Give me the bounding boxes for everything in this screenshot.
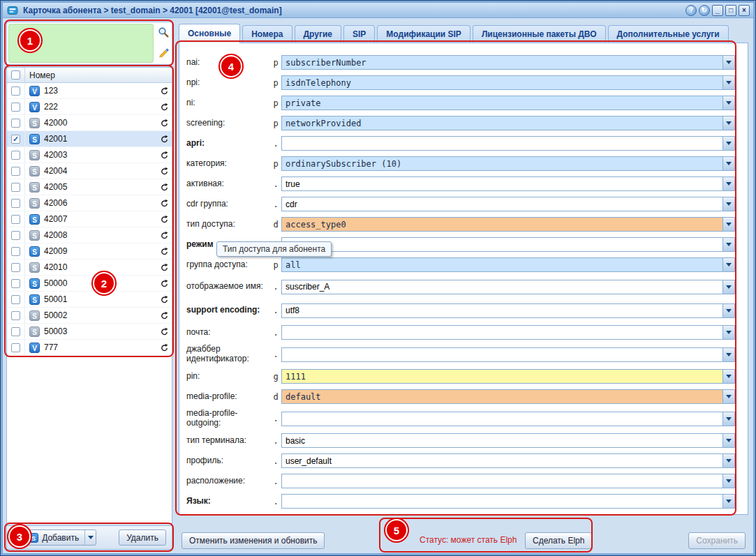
combo-field[interactable]: ordinarySubscriber (10) [281, 156, 735, 171]
row-checkbox[interactable] [11, 247, 20, 256]
list-item-50003[interactable]: S50003 [7, 324, 172, 340]
row-checkbox[interactable] [11, 263, 20, 272]
list-item-42001[interactable]: ✓S42001 [7, 131, 172, 147]
combo-field[interactable]: basic [281, 433, 735, 448]
dropdown-trigger-icon[interactable] [722, 137, 734, 150]
combo-field[interactable] [281, 325, 735, 340]
history-icon[interactable] [160, 215, 169, 224]
combo-field[interactable]: utf8 [281, 303, 735, 318]
combo-field[interactable]: all [281, 257, 735, 272]
dropdown-trigger-icon[interactable] [722, 238, 734, 251]
row-checkbox[interactable] [11, 103, 20, 112]
history-icon[interactable] [160, 279, 169, 288]
cancel-and-refresh-button[interactable]: Отменить изменения и обновить [181, 532, 325, 549]
row-checkbox[interactable] [11, 119, 20, 128]
combo-field[interactable] [281, 494, 735, 509]
dropdown-trigger-icon[interactable] [722, 434, 734, 447]
history-icon[interactable] [160, 183, 169, 192]
dropdown-trigger-icon[interactable] [722, 96, 734, 110]
combo-field[interactable]: default [281, 389, 735, 404]
dropdown-trigger-icon[interactable] [722, 304, 734, 317]
list-item-123[interactable]: V123 [7, 83, 172, 99]
history-icon[interactable] [160, 167, 169, 176]
list-item-222[interactable]: V222 [7, 99, 172, 115]
dropdown-trigger-icon[interactable] [722, 454, 734, 467]
dropdown-trigger-icon[interactable] [722, 495, 734, 508]
history-icon[interactable] [160, 263, 169, 272]
number-column-header[interactable]: Номер [25, 68, 172, 82]
dropdown-trigger-icon[interactable] [722, 348, 734, 361]
row-checkbox[interactable] [11, 215, 20, 224]
dropdown-trigger-icon[interactable] [722, 218, 734, 231]
help-icon[interactable]: ? [685, 5, 697, 16]
row-checkbox[interactable] [11, 327, 20, 336]
history-icon[interactable] [160, 327, 169, 336]
maximize-icon[interactable]: □ [725, 5, 736, 16]
combo-field[interactable]: true [281, 176, 735, 191]
list-item-42009[interactable]: S42009 [7, 243, 172, 260]
combo-field[interactable] [281, 237, 735, 252]
add-dropdown-arrow-icon[interactable] [84, 530, 96, 545]
history-icon[interactable] [160, 247, 169, 256]
history-icon[interactable] [160, 151, 169, 160]
tab-5[interactable]: Модификации SIP [377, 25, 470, 43]
list-item-42004[interactable]: S42004 [7, 163, 172, 179]
dropdown-trigger-icon[interactable] [722, 370, 734, 383]
row-checkbox[interactable] [11, 231, 20, 240]
dropdown-trigger-icon[interactable] [722, 76, 734, 89]
history-icon[interactable] [160, 135, 169, 144]
row-checkbox[interactable] [11, 279, 20, 288]
list-item-42010[interactable]: S42010 [7, 260, 172, 276]
row-checkbox[interactable] [11, 343, 20, 352]
dropdown-trigger-icon[interactable] [722, 177, 734, 190]
dropdown-trigger-icon[interactable] [722, 412, 734, 426]
save-button[interactable]: Сохранить [688, 532, 746, 549]
history-icon[interactable] [160, 199, 169, 208]
dropdown-trigger-icon[interactable] [722, 326, 734, 339]
delete-button[interactable]: Удалить [119, 529, 166, 546]
close-icon[interactable]: × [739, 5, 750, 16]
row-checkbox[interactable] [11, 199, 20, 208]
search-input[interactable] [8, 24, 154, 63]
list-item-50000[interactable]: S50000 [7, 276, 172, 292]
history-icon[interactable] [160, 311, 169, 320]
list-item-42008[interactable]: S42008 [7, 227, 172, 243]
combo-field[interactable]: networkProvided [281, 116, 735, 130]
refresh-icon[interactable]: ↻ [699, 5, 710, 16]
row-checkbox[interactable] [11, 167, 20, 176]
combo-field[interactable]: cdr [281, 197, 735, 211]
list-item-50001[interactable]: S50001 [7, 292, 172, 308]
dropdown-trigger-icon[interactable] [722, 56, 734, 69]
list-item-42007[interactable]: S42007 [7, 211, 172, 227]
list-item-42006[interactable]: S42006 [7, 195, 172, 211]
row-checkbox[interactable] [11, 183, 20, 192]
tab-7[interactable]: Дополнительные услуги [608, 25, 729, 43]
dropdown-trigger-icon[interactable] [722, 157, 734, 170]
make-elph-button[interactable]: Сделать Elph [525, 532, 592, 549]
select-all-checkbox[interactable] [11, 70, 20, 80]
combo-field[interactable] [281, 474, 735, 488]
combo-field[interactable] [281, 412, 735, 426]
combo-field[interactable]: 1111 [281, 369, 735, 384]
list-item-42005[interactable]: S42005 [7, 179, 172, 195]
combo-field[interactable]: private [281, 96, 735, 110]
list-item-50002[interactable]: S50002 [7, 308, 172, 324]
combo-field[interactable]: subscriberNumber [281, 55, 735, 70]
dropdown-trigger-icon[interactable] [722, 474, 734, 488]
dropdown-trigger-icon[interactable] [722, 258, 734, 271]
combo-field[interactable]: isdnTelephony [281, 75, 735, 90]
combo-field[interactable]: access_type0 [281, 217, 735, 232]
dropdown-trigger-icon[interactable] [722, 117, 734, 130]
tab-2[interactable]: Номера [242, 25, 292, 43]
history-icon[interactable] [160, 87, 169, 96]
search-icon[interactable] [157, 26, 170, 38]
tab-3[interactable]: Другие [295, 25, 341, 43]
list-item-42003[interactable]: S42003 [7, 147, 172, 163]
row-checkbox[interactable] [11, 295, 20, 304]
list-item-777[interactable]: V777 [7, 340, 172, 356]
list-item-42000[interactable]: S42000 [7, 115, 172, 131]
dropdown-trigger-icon[interactable] [722, 390, 734, 403]
history-icon[interactable] [160, 343, 169, 352]
combo-field[interactable] [281, 347, 735, 362]
dropdown-trigger-icon[interactable] [722, 280, 734, 294]
